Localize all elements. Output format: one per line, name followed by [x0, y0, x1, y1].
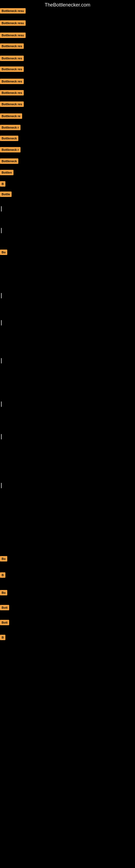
bottleneck-result-btn-10[interactable]: Bottleneck r — [0, 125, 20, 130]
vertical-line-22 — [1, 358, 2, 364]
bottleneck-result-btn-28[interactable]: Bo — [0, 590, 7, 595]
bottleneck-result-btn-14[interactable]: Bottlen — [0, 170, 13, 175]
bottleneck-result-btn-27[interactable]: B — [0, 572, 5, 578]
bottleneck-result-btn-16[interactable]: Bottle — [0, 191, 12, 197]
bottleneck-result-btn-7[interactable]: Bottleneck res — [0, 90, 24, 95]
bottleneck-result-btn-0[interactable]: Bottleneck resu — [0, 8, 26, 13]
bottleneck-result-btn-13[interactable]: Bottleneck — [0, 158, 18, 164]
vertical-line-25 — [1, 483, 2, 488]
vertical-line-21 — [1, 320, 2, 326]
vertical-line-24 — [1, 434, 2, 439]
bottleneck-result-btn-11[interactable]: Bottleneck — [0, 135, 18, 141]
bottleneck-result-btn-26[interactable]: Bo — [0, 556, 7, 561]
bottleneck-result-btn-12[interactable]: Bottleneck r — [0, 147, 20, 152]
bottleneck-result-btn-29[interactable]: Bott — [0, 605, 9, 610]
bottleneck-result-btn-4[interactable]: Bottleneck res — [0, 56, 24, 61]
bottleneck-result-btn-30[interactable]: Bott — [0, 620, 9, 625]
bottleneck-result-btn-15[interactable]: B — [0, 181, 5, 187]
bottleneck-result-btn-6[interactable]: Bottleneck res — [0, 79, 24, 84]
bottleneck-result-btn-9[interactable]: Bottleneck re — [0, 113, 22, 119]
vertical-line-20 — [1, 293, 2, 299]
vertical-line-23 — [1, 401, 2, 407]
bottleneck-result-btn-5[interactable]: Bottleneck res — [0, 66, 24, 72]
bottleneck-result-btn-8[interactable]: Bottleneck res — [0, 101, 24, 107]
vertical-line-17 — [1, 206, 2, 212]
bottleneck-result-btn-2[interactable]: Bottleneck resu — [0, 33, 26, 38]
site-title: TheBottlenecker.com — [0, 0, 135, 9]
vertical-line-18 — [1, 228, 2, 233]
bottleneck-result-btn-3[interactable]: Bottleneck res — [0, 43, 24, 49]
bottleneck-result-btn-19[interactable]: Bo — [0, 250, 7, 255]
bottleneck-result-btn-1[interactable]: Bottleneck resu — [0, 20, 26, 26]
bottleneck-result-btn-31[interactable]: B — [0, 635, 5, 640]
